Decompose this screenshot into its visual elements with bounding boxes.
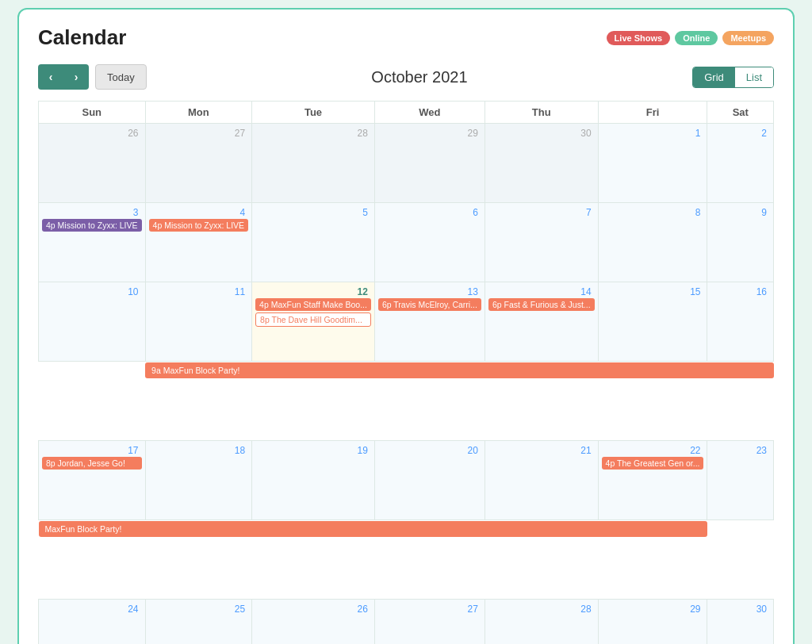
day-cell-w3-d3[interactable]: 20 xyxy=(374,441,485,520)
header-tue: Tue xyxy=(252,102,375,124)
badge-group: Live Shows Online Meetups xyxy=(607,31,774,45)
day-cell-w2-d2[interactable]: 124p MaxFun Staff Make Boo...8p The Dave… xyxy=(252,282,375,362)
day-number-w3-d1: 18 xyxy=(149,444,249,457)
day-cell-w0-d1[interactable]: 27 xyxy=(145,124,252,203)
day-cell-w0-d5[interactable]: 1 xyxy=(598,124,707,203)
day-cell-w4-d6[interactable]: 30 xyxy=(707,600,774,645)
day-number-w0-d2: 28 xyxy=(255,127,371,140)
week-row-2: 1011124p MaxFun Staff Make Boo...8p The … xyxy=(39,282,774,362)
grid-view-button[interactable]: Grid xyxy=(693,67,735,87)
day-number-w2-d2: 12 xyxy=(255,286,371,298)
day-number-w1-d4: 7 xyxy=(488,206,595,219)
span-empty-after-w3-d6 xyxy=(707,520,774,600)
day-number-w3-d6: 23 xyxy=(710,444,770,457)
day-cell-w3-d6[interactable]: 23 xyxy=(707,441,774,520)
day-cell-w4-d3[interactable]: 27 xyxy=(374,600,485,645)
badge-meetups: Meetups xyxy=(722,31,774,45)
month-title: October 2021 xyxy=(147,68,693,86)
day-cell-w0-d3[interactable]: 29 xyxy=(374,124,485,203)
span-event-label-3[interactable]: MaxFun Block Party! xyxy=(39,521,707,537)
day-cell-w2-d1[interactable]: 11 xyxy=(145,282,252,362)
day-number-w1-d0: 3 xyxy=(42,206,142,219)
day-number-w4-d6: 30 xyxy=(710,603,770,615)
day-cell-w2-d4[interactable]: 146p Fast & Furious & Just... xyxy=(485,282,598,362)
header-thu: Thu xyxy=(485,102,598,124)
calendar-event[interactable]: 8p The Dave Hill Goodtim... xyxy=(255,312,371,327)
day-cell-w1-d4[interactable]: 7 xyxy=(485,203,598,282)
day-cell-w0-d2[interactable]: 28 xyxy=(252,124,375,203)
day-cell-w4-d5[interactable]: 29 xyxy=(598,600,707,645)
day-number-w0-d4: 30 xyxy=(488,127,595,140)
header-wed: Wed xyxy=(374,102,485,124)
span-event-cell-3[interactable]: MaxFun Block Party! xyxy=(39,520,707,600)
calendar-event[interactable]: 8p Jordan, Jesse Go! xyxy=(42,457,142,470)
day-cell-w4-d0[interactable]: 24 xyxy=(39,600,146,645)
day-number-w4-d5: 29 xyxy=(602,603,704,615)
day-number-w4-d4: 28 xyxy=(488,603,595,615)
day-number-w4-d0: 24 xyxy=(42,603,142,615)
calendar-event[interactable]: 6p Travis McElroy, Carri... xyxy=(378,298,481,311)
day-cell-w2-d3[interactable]: 136p Travis McElroy, Carri... xyxy=(374,282,485,362)
span-event-cell-2[interactable]: 9a MaxFun Block Party! xyxy=(145,362,773,441)
day-cell-w4-d1[interactable]: 25 xyxy=(145,600,252,645)
day-number-w0-d5: 1 xyxy=(602,127,704,140)
day-cell-w0-d4[interactable]: 30 xyxy=(485,124,598,203)
day-number-w4-d2: 26 xyxy=(255,603,371,615)
nav-group: ‹ › xyxy=(38,64,89,90)
day-number-w4-d1: 25 xyxy=(149,603,249,615)
day-number-w0-d3: 29 xyxy=(378,127,481,140)
week-row-3: 178p Jordan, Jesse Go!18192021224p The G… xyxy=(39,441,774,520)
day-cell-w2-d0[interactable]: 10 xyxy=(39,282,146,362)
day-number-w1-d1: 4 xyxy=(149,206,249,219)
prev-button[interactable]: ‹ xyxy=(38,64,63,90)
day-cell-w1-d0[interactable]: 34p Mission to Zyxx: LIVE xyxy=(39,203,146,282)
day-number-w3-d3: 20 xyxy=(378,444,481,457)
day-number-w3-d5: 22 xyxy=(602,444,704,457)
day-cell-w3-d0[interactable]: 178p Jordan, Jesse Go! xyxy=(39,441,146,520)
day-cell-w3-d5[interactable]: 224p The Greatest Gen or... xyxy=(598,441,707,520)
span-event-row-3: MaxFun Block Party! xyxy=(39,520,774,600)
next-button[interactable]: › xyxy=(63,64,89,90)
day-cell-w3-d1[interactable]: 18 xyxy=(145,441,252,520)
span-event-label-2[interactable]: 9a MaxFun Block Party! xyxy=(145,362,773,378)
day-cell-w1-d1[interactable]: 44p Mission to Zyxx: LIVE xyxy=(145,203,252,282)
calendar-event[interactable]: 4p The Greatest Gen or... xyxy=(602,457,704,470)
day-cell-w4-d4[interactable]: 28 xyxy=(485,600,598,645)
day-cell-w3-d4[interactable]: 21 xyxy=(485,441,598,520)
day-number-w3-d2: 19 xyxy=(255,444,371,457)
day-cell-w2-d5[interactable]: 15 xyxy=(598,282,707,362)
calendar-event[interactable]: 4p Mission to Zyxx: LIVE xyxy=(42,219,142,232)
badge-live-shows: Live Shows xyxy=(607,31,671,45)
day-cell-w2-d6[interactable]: 16 xyxy=(707,282,774,362)
day-number-w2-d3: 13 xyxy=(378,286,481,298)
day-cell-w0-d0[interactable]: 26 xyxy=(39,124,146,203)
day-cell-w1-d5[interactable]: 8 xyxy=(598,203,707,282)
calendar-event[interactable]: 4p MaxFun Staff Make Boo... xyxy=(255,298,371,311)
calendar-event[interactable]: 6p Fast & Furious & Just... xyxy=(488,298,595,311)
day-number-w0-d0: 26 xyxy=(42,127,142,140)
day-number-w0-d1: 27 xyxy=(149,127,249,140)
day-headers: Sun Mon Tue Wed Thu Fri Sat xyxy=(39,102,774,124)
header-fri: Fri xyxy=(598,102,707,124)
day-number-w1-d3: 6 xyxy=(378,206,481,219)
day-cell-w0-d6[interactable]: 2 xyxy=(707,124,774,203)
badge-online: Online xyxy=(675,31,718,45)
day-cell-w1-d6[interactable]: 9 xyxy=(707,203,774,282)
list-view-button[interactable]: List xyxy=(735,67,773,87)
day-cell-w3-d2[interactable]: 19 xyxy=(252,441,375,520)
header-mon: Mon xyxy=(145,102,252,124)
span-empty-w2-d0 xyxy=(39,362,146,441)
day-number-w1-d2: 5 xyxy=(255,206,371,219)
header: Calendar Live Shows Online Meetups xyxy=(38,25,774,50)
day-number-w0-d6: 2 xyxy=(710,127,770,140)
today-button[interactable]: Today xyxy=(95,64,147,90)
calendar-grid: Sun Mon Tue Wed Thu Fri Sat 262728293012… xyxy=(38,101,774,644)
day-number-w2-d0: 10 xyxy=(42,286,142,298)
day-cell-w4-d2[interactable]: 26 xyxy=(252,600,375,645)
day-number-w1-d6: 9 xyxy=(710,206,770,219)
calendar-event[interactable]: 4p Mission to Zyxx: LIVE xyxy=(149,219,249,232)
day-number-w4-d3: 27 xyxy=(378,603,481,615)
day-cell-w1-d3[interactable]: 6 xyxy=(374,203,485,282)
day-number-w3-d0: 17 xyxy=(42,444,142,457)
day-cell-w1-d2[interactable]: 5 xyxy=(252,203,375,282)
